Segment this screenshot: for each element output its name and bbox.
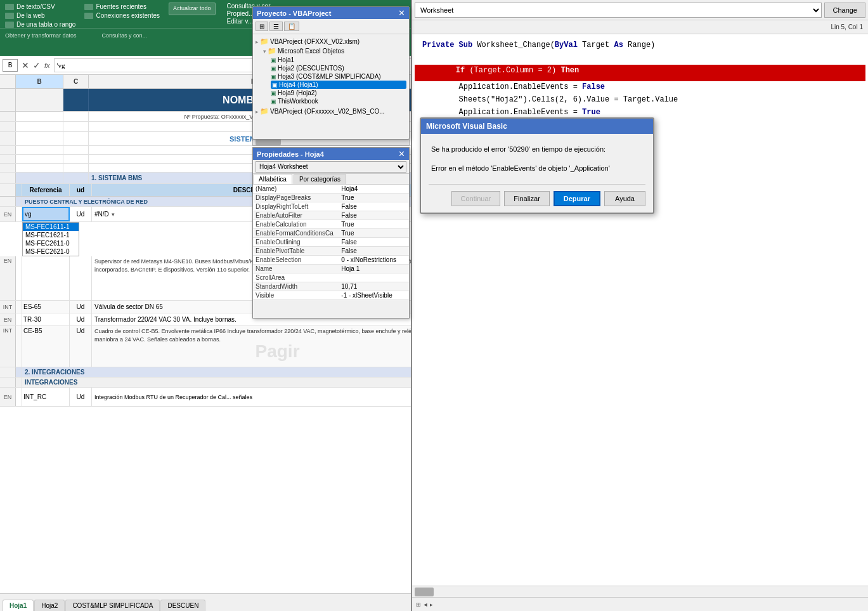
editor-object-dropdown[interactable]: Worksheet <box>415 3 822 18</box>
actualizar-todo-btn[interactable]: Actualizar todo <box>169 3 216 15</box>
autocomplete-item-selected[interactable]: MS-FEC1611-1 <box>23 223 79 231</box>
vba-project-2-item[interactable]: ▸ 📁 VBAProject (OFxxxxxx_V02_BMS_CO... <box>256 107 406 116</box>
autocomplete-item-3[interactable]: MS-FEC2611-0 <box>23 239 79 247</box>
props-row-8: EnableSelection0 - xlNoRestrictions <box>253 256 409 265</box>
error-dialog: Microsoft Visual Basic Se ha producido e… <box>420 117 654 214</box>
props-name-7: EnablePivotTable <box>253 247 339 256</box>
vba-editor: Worksheet Change Lin 5, Col 1 Private Su… <box>411 0 868 611</box>
props-name-11: StandardWidth <box>253 282 339 291</box>
cancel-formula-btn[interactable]: ✕ <box>20 60 30 70</box>
props-object-select[interactable]: Hoja4 Worksheet <box>256 161 406 173</box>
props-name-9: Name <box>253 265 339 273</box>
props-value-1: True <box>339 194 409 202</box>
de-una-tabla[interactable]: De una tabla o rango <box>5 20 75 29</box>
finalizar-btn[interactable]: Finalizar <box>504 191 550 206</box>
conexiones-existentes[interactable]: Conexiones existentes <box>84 11 160 20</box>
fuentes-recientes[interactable]: Fuentes recientes <box>84 3 160 11</box>
props-panel-close-btn[interactable]: ✕ <box>398 150 405 158</box>
props-value-11: 10,71 <box>339 282 409 291</box>
tab-descuen[interactable]: DESCUEN <box>160 600 205 611</box>
vba-tool-btn-3[interactable]: 📋 <box>284 22 299 31</box>
props-name-10: ScrollArea <box>253 273 339 282</box>
code-line-1: Private Sub Worksheet_Change(ByVal Targe… <box>415 39 865 52</box>
vba-tool-btn-2[interactable]: ☰ <box>269 22 283 31</box>
vba-project-1-item[interactable]: ▸ 📁 VBAProject (OFXXX_V02.xlsm) <box>256 37 406 46</box>
props-value-5: True <box>339 229 409 238</box>
obtener-label: Obtener y transformar datos <box>5 32 77 39</box>
editor-header: Worksheet Change <box>412 0 868 20</box>
vba-panel-close-btn[interactable]: ✕ <box>398 9 405 17</box>
depurar-btn[interactable]: Depurar <box>554 191 600 206</box>
props-tabs-row: Alfabética Por categorías <box>253 174 409 185</box>
props-name-1: DisplayPageBreaks <box>253 194 339 202</box>
integraciones-header-row: 2. INTEGRACIONES <box>0 367 418 378</box>
editor-footer: ⊞ ◄ ▸ <box>412 597 868 611</box>
props-name-4: EnableCalculation <box>253 220 339 229</box>
cell-name-box[interactable]: B <box>3 59 18 72</box>
props-row-11: StandardWidth10,71 <box>253 282 409 291</box>
ceb5-row: INT CE-B5 Ud Cuadro de control CE-B5. En… <box>0 326 418 367</box>
hoja9-item[interactable]: ▣ Hoja9 (Hoja2) <box>271 89 406 97</box>
autocomplete-item-2[interactable]: MS-FEC1621-1 <box>23 231 79 239</box>
error-dialog-buttons: Continuar Finalizar Depurar Ayuda <box>421 185 653 213</box>
props-row-7: EnablePivotTableFalse <box>253 247 409 256</box>
thisworkbook-item[interactable]: ▣ ThisWorkbook <box>271 97 406 105</box>
vba-panel-toolbar: ⊞ ☰ 📋 <box>253 19 409 34</box>
error-dot: ● <box>415 65 425 81</box>
tab-cost-mlp[interactable]: COST&MLP SIMPLIFICADA <box>65 600 160 611</box>
props-name-8: EnableSelection <box>253 256 339 265</box>
vba-panel-title: Proyecto - VBAProject ✕ <box>253 7 409 19</box>
hoja1-item[interactable]: ▣ Hoja1 <box>271 56 406 64</box>
tab-hoja2[interactable]: Hoja2 <box>34 600 65 611</box>
confirm-formula-btn[interactable]: ✓ <box>32 60 42 70</box>
props-value-9: Hoja 1 <box>339 265 409 273</box>
props-body: (Name)Hoja4DisplayPageBreaksTrueDisplayR… <box>253 185 409 309</box>
code-line-4: Application.EnableEvents = False <box>415 81 865 94</box>
editor-status-bar: Lin 5, Col 1 <box>412 20 868 34</box>
props-name-5: EnableFormatConditionsCa <box>253 229 339 238</box>
ayuda-btn[interactable]: Ayuda <box>604 191 645 206</box>
props-name-0: (Name) <box>253 185 339 194</box>
props-name-6: EnableOutlining <box>253 238 339 247</box>
props-value-12: -1 - xlSheetVisible <box>339 291 409 300</box>
consultas-y-con-label: Consultas y con... <box>102 32 148 39</box>
de-la-web[interactable]: De la web <box>5 11 75 20</box>
vba-tool-btn-1[interactable]: ⊞ <box>256 22 268 31</box>
props-row-5: EnableFormatConditionsCaTrue <box>253 229 409 238</box>
props-value-0: Hoja4 <box>339 185 409 194</box>
props-name-12: Visible <box>253 291 339 300</box>
props-dropdown-row[interactable]: Hoja4 Worksheet <box>253 160 409 174</box>
props-row-2: DisplayRightToLeftFalse <box>253 202 409 211</box>
props-value-2: False <box>339 202 409 211</box>
editor-h-scrollbar[interactable] <box>412 586 868 597</box>
error-message-1: Se ha producido el error '50290' en tiem… <box>431 144 643 155</box>
tab-hoja1[interactable]: Hoja1 <box>3 600 34 611</box>
microsoft-excel-objetos[interactable]: ▾ 📁 Microsoft Excel Objetos <box>263 46 406 56</box>
vba-tree: ▸ 📁 VBAProject (OFXXX_V02.xlsm) ▾ 📁 Micr… <box>253 34 409 133</box>
props-row-9: NameHoja 1 <box>253 265 409 273</box>
vba-project-panel: Proyecto - VBAProject ✕ ⊞ ☰ 📋 ▸ 📁 VBAPro… <box>252 6 410 140</box>
col-header-b: B <box>16 75 63 88</box>
hoja4-item[interactable]: ▣ Hoja4 (Hoja1) <box>271 81 406 89</box>
autocomplete-item-4[interactable]: MS-FEC2621-0 <box>23 247 79 256</box>
code-area[interactable]: Private Sub Worksheet_Change(ByVal Targe… <box>412 34 868 484</box>
code-line-5: Sheets("Hoja2").Cells(2, 6).Value = Targ… <box>415 94 865 107</box>
error-message-3: Error en el método 'EnableEvents' de obj… <box>431 163 643 174</box>
props-row-3: EnableAutoFilterFalse <box>253 211 409 220</box>
continuar-btn[interactable]: Continuar <box>451 191 501 206</box>
props-name-3: EnableAutoFilter <box>253 211 339 220</box>
hoja2-item[interactable]: ▣ Hoja2 (DESCUENTOS) <box>271 64 406 72</box>
props-name-2: DisplayRightToLeft <box>253 202 339 211</box>
props-panel-title: Propiedades - Hoja4 ✕ <box>253 148 409 160</box>
insert-function-btn[interactable]: fx <box>43 62 51 69</box>
props-value-7: False <box>339 247 409 256</box>
error-dialog-title: Microsoft Visual Basic <box>421 119 653 134</box>
autocomplete-dropdown[interactable]: MS-FEC1611-1 MS-FEC1621-1 MS-FEC2611-0 M… <box>22 222 79 256</box>
props-value-6: False <box>339 238 409 247</box>
props-row-1: DisplayPageBreaksTrue <box>253 194 409 202</box>
tab-por-categorias[interactable]: Por categorías <box>294 174 346 184</box>
tab-alfabetica[interactable]: Alfabética <box>253 174 292 184</box>
editor-change-btn[interactable]: Change <box>824 3 865 18</box>
de-texto-csv[interactable]: De texto/CSV <box>5 3 75 11</box>
hoja3-item[interactable]: ▣ Hoja3 (COST&MLP SIMPLIFICADA) <box>271 72 406 81</box>
